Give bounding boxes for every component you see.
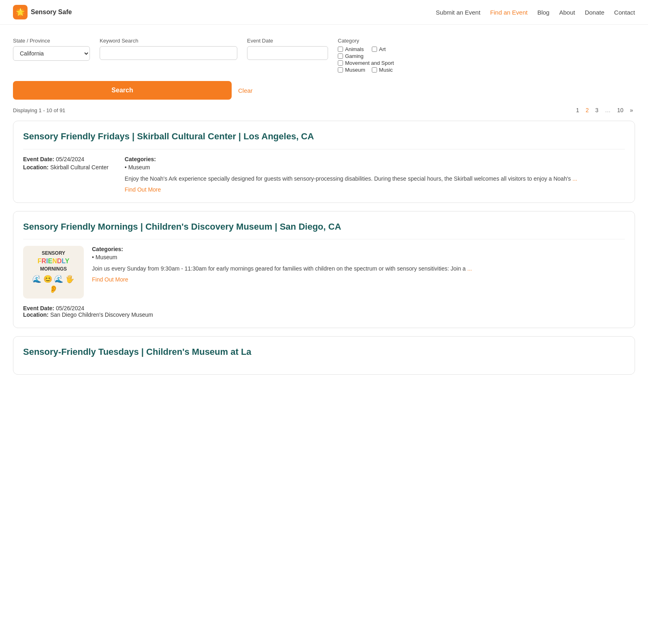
event-1-details: Categories: Museum Enjoy the Noah's Ark … bbox=[125, 156, 625, 193]
category-museum[interactable]: Museum bbox=[338, 67, 365, 73]
brand-icon: 🌟 bbox=[13, 5, 28, 19]
search-section: State / Province California Keyword Sear… bbox=[0, 25, 648, 106]
navbar: 🌟 Sensory Safe Submit an Event Find an E… bbox=[0, 0, 648, 25]
checkbox-gaming[interactable] bbox=[338, 53, 343, 59]
nav-donate[interactable]: Donate bbox=[585, 9, 604, 16]
event-2-right: Categories: Museum Join us every Sunday … bbox=[92, 246, 625, 283]
event-1-categories: Museum bbox=[125, 164, 625, 171]
brand-link[interactable]: 🌟 Sensory Safe bbox=[13, 5, 72, 19]
keyword-label: Keyword Search bbox=[100, 38, 237, 44]
event-2-categories-label: Categories: bbox=[92, 246, 625, 252]
keyword-field-group: Keyword Search bbox=[100, 38, 237, 60]
clear-button[interactable]: Clear bbox=[238, 87, 253, 94]
nav-contact[interactable]: Contact bbox=[614, 9, 635, 16]
state-select[interactable]: California bbox=[13, 46, 90, 61]
checkbox-animals[interactable] bbox=[338, 47, 343, 52]
event-card-1: Sensory Friendly Fridays | Skirball Cult… bbox=[13, 121, 635, 203]
nav-blog[interactable]: Blog bbox=[537, 9, 550, 16]
date-label: Event Date bbox=[247, 38, 328, 44]
category-movement[interactable]: Movement and Sport bbox=[338, 60, 399, 66]
search-filters-row: State / Province California Keyword Sear… bbox=[13, 38, 635, 73]
category-music[interactable]: Music bbox=[372, 67, 399, 73]
date-field-group: Event Date bbox=[247, 38, 328, 60]
nav-about[interactable]: About bbox=[559, 9, 575, 16]
event-1-meta: Event Date: 05/24/2024 Location: Skirbal… bbox=[23, 156, 109, 186]
event-2-description: Join us every Sunday from 9:30am - 11:30… bbox=[92, 264, 625, 273]
category-group: Category Animals Art Gaming Movement and… bbox=[338, 38, 399, 73]
event-3-title: Sensory-Friendly Tuesdays | Children's M… bbox=[23, 346, 625, 358]
category-label: Category bbox=[338, 38, 399, 44]
event-card-3: Sensory-Friendly Tuesdays | Children's M… bbox=[13, 336, 635, 375]
page-10[interactable]: 10 bbox=[615, 106, 626, 114]
event-card-2: Sensory Friendly Mornings | Children's D… bbox=[13, 211, 635, 328]
checkbox-movement[interactable] bbox=[338, 60, 343, 66]
card-divider-1 bbox=[23, 149, 625, 149]
results-count: Displaying 1 - 10 of 91 bbox=[13, 107, 65, 113]
event-1-category-0: Museum bbox=[125, 164, 625, 171]
event-2-image: SENSORY FRIENDLY MORNINGS 🌊 😊 🌊 🖐️ 👂 bbox=[23, 246, 84, 299]
nav-links: Submit an Event Find an Event Blog About… bbox=[436, 9, 635, 16]
state-label: State / Province bbox=[13, 38, 90, 44]
category-grid: Animals Art Gaming Movement and Sport Mu… bbox=[338, 46, 399, 73]
category-art[interactable]: Art bbox=[372, 46, 399, 52]
page-2[interactable]: 2 bbox=[584, 106, 591, 114]
event-2-meta-bottom: Event Date: 05/26/2024 Location: San Die… bbox=[23, 305, 625, 318]
results-section: Displaying 1 - 10 of 91 1 2 3 … 10 » Sen… bbox=[0, 106, 648, 396]
date-input[interactable] bbox=[247, 46, 328, 60]
category-animals[interactable]: Animals bbox=[338, 46, 365, 52]
search-button[interactable]: Search bbox=[13, 81, 232, 100]
page-3[interactable]: 3 bbox=[593, 106, 601, 114]
checkbox-art[interactable] bbox=[372, 47, 377, 52]
search-action-row: Search Clear bbox=[13, 81, 635, 100]
card-divider-2 bbox=[23, 239, 625, 239]
event-2-image-content: SENSORY FRIENDLY MORNINGS 🌊 😊 🌊 🖐️ 👂 bbox=[28, 250, 79, 294]
checkbox-music[interactable] bbox=[372, 67, 377, 73]
checkbox-museum[interactable] bbox=[338, 67, 343, 73]
event-2-find-more[interactable]: Find Out More bbox=[92, 276, 128, 283]
category-gaming[interactable]: Gaming bbox=[338, 53, 399, 59]
event-1-find-more[interactable]: Find Out More bbox=[125, 186, 161, 193]
page-1: 1 bbox=[574, 106, 581, 114]
event-1-location: Location: Skirball Cultural Center bbox=[23, 164, 109, 171]
event-2-date: Event Date: 05/26/2024 bbox=[23, 305, 625, 311]
results-meta: Displaying 1 - 10 of 91 1 2 3 … 10 » bbox=[13, 106, 635, 114]
event-2-category-0: Museum bbox=[92, 254, 625, 260]
pagination-dots: … bbox=[603, 106, 613, 114]
page-next[interactable]: » bbox=[628, 106, 635, 114]
event-1-title: Sensory Friendly Fridays | Skirball Cult… bbox=[23, 131, 625, 143]
event-1-date: Event Date: 05/24/2024 bbox=[23, 156, 109, 162]
event-1-body: Event Date: 05/24/2024 Location: Skirbal… bbox=[23, 156, 625, 193]
event-1-description: Enjoy the Noah's Ark experience speciall… bbox=[125, 175, 625, 183]
state-field-group: State / Province California bbox=[13, 38, 90, 61]
event-2-location: Location: San Diego Children's Discovery… bbox=[23, 311, 625, 318]
nav-find-event[interactable]: Find an Event bbox=[490, 9, 528, 16]
nav-submit-event[interactable]: Submit an Event bbox=[436, 9, 480, 16]
pagination: 1 2 3 … 10 » bbox=[574, 106, 635, 114]
event-2-body: SENSORY FRIENDLY MORNINGS 🌊 😊 🌊 🖐️ 👂 Cat… bbox=[23, 246, 625, 299]
event-2-title: Sensory Friendly Mornings | Children's D… bbox=[23, 221, 625, 233]
event-1-categories-label: Categories: bbox=[125, 156, 625, 162]
brand-name: Sensory Safe bbox=[31, 9, 72, 16]
keyword-input[interactable] bbox=[100, 46, 237, 60]
event-2-categories: Museum bbox=[92, 254, 625, 260]
